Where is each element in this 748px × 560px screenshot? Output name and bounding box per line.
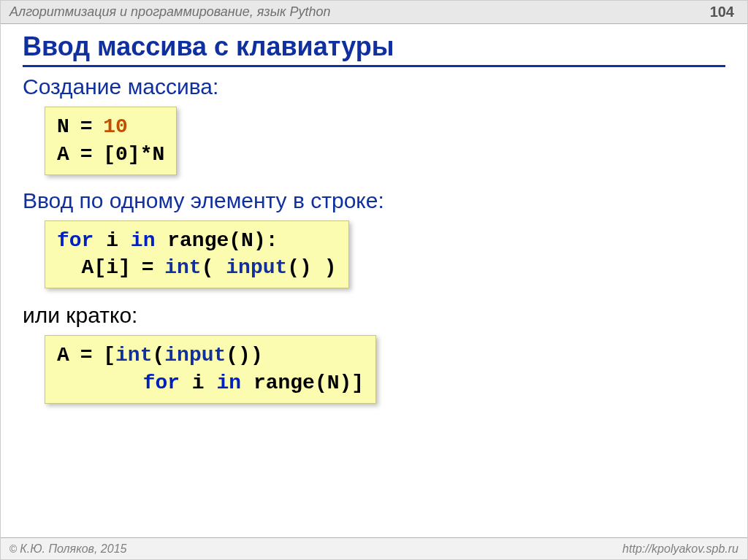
section-heading-3: или кратко:: [23, 303, 725, 328]
copyright-icon: ©: [9, 543, 17, 555]
slide-header: Алгоритмизация и программирование, язык …: [1, 1, 747, 24]
slide-title: Ввод массива с клавиатуры: [23, 31, 725, 67]
slide-footer: © К.Ю. Поляков, 2015 http://kpolyakov.sp…: [1, 537, 747, 559]
slide-content: Ввод массива с клавиатуры Создание масси…: [1, 24, 747, 411]
section-heading-1: Создание массива:: [23, 74, 725, 99]
code-block-2: for i in range(N): A[i] = int( input() ): [45, 220, 349, 289]
code-block-3: A = [int(input()) for i in range(N)]: [45, 335, 376, 404]
code-block-1: N = 10 A = [0]*N: [45, 107, 177, 175]
page-number: 104: [710, 4, 734, 20]
section-heading-2: Ввод по одному элементу в строке:: [23, 188, 725, 213]
footer-author: К.Ю. Поляков, 2015: [20, 542, 126, 556]
footer-url: http://kpolyakov.spb.ru: [622, 542, 739, 556]
header-subject: Алгоритмизация и программирование, язык …: [9, 4, 330, 20]
